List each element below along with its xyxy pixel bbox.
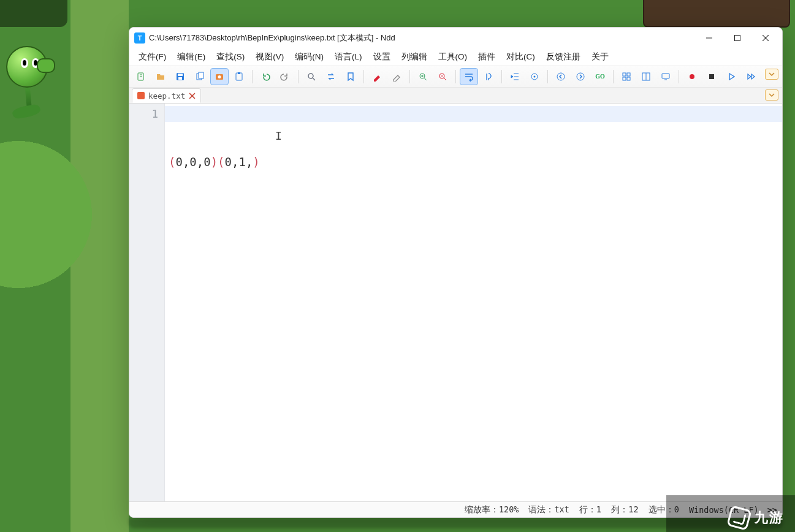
bookmark-icon (346, 72, 356, 82)
stop-button[interactable] (702, 68, 721, 85)
toolbar: GO (129, 66, 782, 88)
fast-forward-button[interactable] (742, 68, 760, 85)
nav-next-icon (576, 72, 585, 82)
indent-icon (510, 72, 520, 82)
maximize-button[interactable] (723, 28, 751, 48)
marker-red-button[interactable] (368, 68, 386, 85)
monitor-icon (661, 72, 671, 82)
text-cursor-icon: I (275, 128, 282, 144)
toolbar-separator (679, 70, 679, 83)
current-line-highlight (165, 106, 782, 122)
save-button[interactable] (171, 68, 189, 85)
grid-icon (622, 72, 631, 82)
status-zoom[interactable]: 缩放率：120% (460, 504, 524, 515)
line-number: 1 (129, 106, 158, 122)
redo-icon (280, 72, 290, 82)
menu-item-language[interactable]: 语言(L) (329, 50, 368, 64)
text-editor-window: T C:\Users\71783\Desktop\rh\BepInEx\plug… (129, 27, 783, 518)
toolbar-separator (409, 70, 410, 83)
svg-rect-3 (178, 74, 183, 76)
toolbar-separator (298, 70, 299, 83)
marker-clear-icon (392, 72, 401, 82)
record-button[interactable] (683, 68, 701, 85)
zoom-in-button[interactable] (414, 68, 432, 85)
toolbar-separator (363, 70, 364, 83)
toolbar-separator (455, 70, 456, 83)
menu-item-encoding[interactable]: 编码(N) (289, 50, 329, 64)
menu-item-coledit[interactable]: 列编辑 (396, 50, 433, 64)
undo-button[interactable] (256, 68, 275, 85)
word-wrap-icon (464, 72, 474, 82)
svg-rect-0 (735, 36, 740, 41)
status-syntax[interactable]: 语法：txt (523, 504, 574, 515)
nav-prev-icon (556, 72, 566, 82)
zoom-in-icon (418, 72, 428, 82)
file-tab[interactable]: keep.txt (132, 88, 201, 103)
menu-item-about[interactable]: 关于 (586, 50, 614, 64)
menu-item-settings[interactable]: 设置 (368, 50, 396, 64)
menu-item-compare[interactable]: 对比(C) (501, 50, 541, 64)
new-file-icon (136, 72, 146, 82)
nav-next-button[interactable] (571, 68, 590, 85)
menu-item-view[interactable]: 视图(V) (250, 50, 289, 64)
title-bar[interactable]: T C:\Users\71783\Desktop\rh\BepInEx\plug… (129, 28, 782, 48)
nav-prev-button[interactable] (552, 68, 570, 85)
replace-button[interactable] (322, 68, 340, 85)
code-area[interactable]: (0,0,0)(0,1,) I (165, 104, 782, 501)
zoom-out-icon (438, 72, 447, 82)
goto-button[interactable]: GO (591, 68, 609, 85)
menu-item-plugins[interactable]: 插件 (473, 50, 501, 64)
line-number-gutter: 1 (129, 104, 165, 501)
menu-item-feedback[interactable]: 反馈注册 (541, 50, 586, 64)
app-icon: T (134, 32, 145, 44)
find-button[interactable] (302, 68, 321, 85)
close-button[interactable] (751, 28, 780, 48)
toolbar-separator (547, 70, 548, 83)
new-file-button[interactable] (132, 68, 150, 85)
camera-button[interactable] (210, 68, 229, 85)
replace-icon (326, 72, 336, 82)
svg-rect-23 (662, 74, 669, 78)
menu-item-edit[interactable]: 编辑(E) (172, 50, 211, 64)
brand-watermark: 九游 (666, 495, 795, 532)
tab-bar: keep.txt (129, 88, 782, 104)
play-button[interactable] (722, 68, 740, 85)
goto-icon: GO (595, 74, 605, 80)
peashooter-plant (0, 46, 67, 113)
word-wrap-button[interactable] (460, 68, 478, 85)
copy-icon (195, 72, 205, 82)
target-button[interactable] (525, 68, 544, 85)
tabbar-overflow-button[interactable] (765, 89, 778, 101)
code-line: (0,0,0)(0,1,) (169, 154, 778, 170)
monitor-button[interactable] (656, 68, 675, 85)
brand-text: 九游 (755, 509, 784, 527)
menu-item-tools[interactable]: 工具(O) (433, 50, 473, 64)
editor-area: 1 (0,0,0)(0,1,) I (129, 104, 782, 501)
paste-button[interactable] (230, 68, 248, 85)
window-controls (695, 28, 780, 48)
show-symbols-button[interactable] (479, 68, 498, 85)
split-button[interactable] (637, 68, 655, 85)
svg-point-17 (577, 73, 584, 80)
camera-icon (215, 72, 224, 82)
menu-bar: 文件(F)编辑(E)查找(S)视图(V)编码(N)语言(L)设置列编辑工具(O)… (129, 48, 782, 66)
toolbar-overflow-button[interactable] (765, 69, 778, 80)
redo-button[interactable] (276, 68, 294, 85)
grid-button[interactable] (617, 68, 636, 85)
svg-rect-21 (627, 77, 630, 80)
menu-item-file[interactable]: 文件(F) (133, 50, 172, 64)
bookmark-button[interactable] (341, 68, 360, 85)
copy-button[interactable] (191, 68, 209, 85)
open-folder-button[interactable] (151, 68, 170, 85)
close-tab-icon[interactable] (189, 93, 196, 99)
menu-item-search[interactable]: 查找(S) (211, 50, 250, 64)
zoom-out-button[interactable] (433, 68, 452, 85)
indent-button[interactable] (506, 68, 524, 85)
minimize-button[interactable] (695, 28, 723, 48)
svg-point-15 (534, 76, 536, 78)
syntax-label: 语法： (528, 504, 554, 514)
file-tab-label: keep.txt (148, 91, 185, 101)
marker-clear-button[interactable] (387, 68, 406, 85)
toolbar-separator (501, 70, 502, 83)
paste-icon (234, 72, 244, 82)
